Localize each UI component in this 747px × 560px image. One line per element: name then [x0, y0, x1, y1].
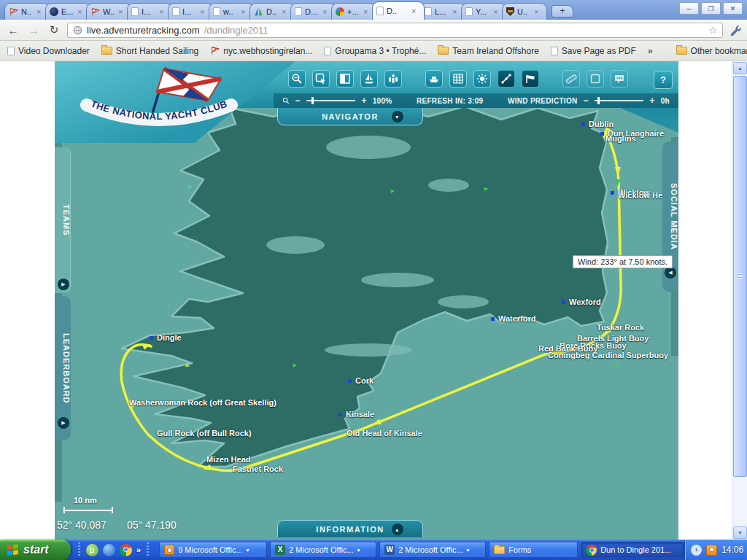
toolbar-grip[interactable]	[147, 542, 149, 557]
social-media-expand-icon[interactable]	[665, 267, 676, 279]
task-button-forms[interactable]: Forms	[489, 542, 578, 558]
scroll-down-arrow[interactable]: ▼	[733, 526, 747, 539]
task-button-excel-group[interactable]: X 2 Microsoft Offic... ▾	[270, 542, 376, 558]
sailboat-icon[interactable]	[360, 70, 378, 88]
browser-tab[interactable]: E...	[45, 3, 90, 20]
browser-tab[interactable]: Y...	[461, 3, 506, 20]
browser-tab[interactable]: D..	[249, 3, 295, 20]
zoom-select-icon[interactable]	[312, 70, 330, 88]
browser-tab[interactable]: I...	[168, 3, 213, 20]
quick-launch-overflow-chevron[interactable]: »	[136, 545, 141, 554]
wind-prediction-slider[interactable]	[595, 100, 644, 101]
chevron-down-icon[interactable]	[392, 111, 403, 122]
zoom-out-icon[interactable]	[288, 70, 306, 88]
other-bookmarks-folder[interactable]: Other bookmarks	[676, 46, 747, 56]
town-dot	[150, 336, 153, 340]
race-tracker-map[interactable]: DublinDun LaoghaireWicklowWexfordWaterfo…	[55, 61, 678, 540]
tab-close-icon[interactable]	[493, 7, 502, 16]
bookmark-folder[interactable]: Short Handed Sailing	[101, 46, 198, 56]
tab-close-icon[interactable]	[159, 7, 168, 16]
toolbar-grip[interactable]	[78, 542, 80, 557]
bookmark-item[interactable]: Save Page as PDF	[551, 46, 636, 56]
group-dropdown-icon[interactable]: ▾	[247, 547, 249, 553]
ferry-icon[interactable]	[425, 70, 443, 88]
group-dropdown-icon[interactable]: ▾	[467, 547, 470, 553]
tab-close-icon[interactable]	[411, 7, 420, 15]
browser-scrollbar[interactable]: ▲ ▼	[732, 61, 747, 540]
windsock-icon[interactable]	[522, 70, 539, 88]
task-button-word-group[interactable]: W 2 Microsoft Offic... ▾	[379, 542, 486, 558]
chrome-icon[interactable]	[120, 544, 132, 556]
internet-explorer-icon[interactable]	[103, 544, 115, 556]
browser-tab[interactable]: U..	[502, 3, 547, 20]
utorrent-icon[interactable]: µ	[86, 544, 98, 556]
navigator-panel-toggle[interactable]: NAVIGATOR	[277, 108, 423, 125]
information-panel-toggle[interactable]: INFORMATION	[277, 520, 423, 537]
leaderboard-expand-icon[interactable]	[58, 417, 69, 429]
wind-minus-button[interactable]: −	[584, 96, 589, 106]
window-close-button[interactable]: ✕	[723, 2, 743, 15]
teams-expand-icon[interactable]	[58, 279, 69, 290]
start-button[interactable]: start	[0, 540, 71, 560]
comments-icon[interactable]	[611, 70, 628, 88]
browser-tab[interactable]: W..	[86, 3, 131, 20]
bookmark-item[interactable]: nyc.webhostingirelan...	[210, 46, 312, 56]
hide-tray-icons-chevron[interactable]	[691, 545, 702, 556]
tab-close-icon[interactable]	[452, 7, 461, 16]
start-label: start	[23, 543, 49, 556]
tray-reminder-icon[interactable]	[706, 545, 717, 556]
address-bar[interactable]: live.adventuretracking.com/dundingle2011	[67, 23, 723, 38]
tab-close-icon[interactable]	[36, 7, 45, 16]
marks-icon[interactable]	[384, 70, 402, 88]
zoom-minus-button[interactable]: −	[295, 96, 301, 106]
bookmark-star-icon[interactable]	[708, 25, 717, 36]
tab-close-icon[interactable]	[200, 7, 209, 16]
chevron-up-icon[interactable]	[392, 524, 403, 535]
forward-button[interactable]: →	[26, 24, 41, 36]
brightness-icon[interactable]	[473, 70, 491, 88]
zoom-icon	[282, 96, 290, 105]
task-button-dun-to-dingle[interactable]: Dun to Dingle 201...	[581, 542, 684, 558]
browser-tab[interactable]: D...	[290, 3, 336, 20]
group-dropdown-icon[interactable]: ▾	[357, 547, 360, 553]
window-maximize-button[interactable]: ❐	[701, 2, 721, 15]
zoom-slider[interactable]	[306, 100, 356, 101]
browser-tab[interactable]: +...	[331, 3, 376, 20]
track-line-icon[interactable]	[498, 70, 515, 88]
new-tab-button[interactable]: +	[551, 5, 573, 18]
back-button[interactable]: ←	[6, 24, 20, 36]
teams-panel-tab[interactable]: TEAMS	[55, 147, 71, 293]
split-view-icon[interactable]	[336, 70, 354, 88]
window-minimize-button[interactable]: ─	[679, 2, 699, 15]
zoom-plus-button[interactable]: +	[361, 96, 366, 106]
grid-icon[interactable]	[449, 70, 467, 88]
reload-button[interactable]: ↻	[47, 23, 61, 36]
tab-close-icon[interactable]	[534, 7, 543, 16]
bookmark-folder[interactable]: Team Ireland Offshore	[438, 46, 539, 56]
tab-close-icon[interactable]	[322, 7, 331, 16]
browser-tab[interactable]: w..	[209, 3, 254, 20]
bookmarks-overflow-chevron[interactable]: »	[648, 46, 653, 56]
browser-tab[interactable]: N..	[4, 3, 50, 20]
browser-tab-active[interactable]: D..	[372, 1, 425, 20]
browser-toolbar: ← → ↻ live.adventuretracking.com/dunding…	[0, 20, 747, 41]
ruler-icon[interactable]	[562, 70, 580, 88]
panel-icon[interactable]	[587, 70, 604, 88]
waypoint-label: Coningbeg Cardinal Superbuoy	[548, 351, 668, 359]
bookmark-item[interactable]: Groupama 3 • Trophé...	[324, 46, 426, 56]
tab-close-icon[interactable]	[77, 7, 86, 16]
windows-taskbar: start µ » 9 Microsoft Offic... ▾ X 2 Mic…	[0, 540, 747, 560]
tab-close-icon[interactable]	[282, 7, 290, 16]
bookmark-item[interactable]: Video Downloader	[7, 46, 90, 56]
scroll-up-arrow[interactable]: ▲	[733, 62, 747, 74]
browser-tab[interactable]: I...	[127, 3, 172, 20]
browser-tab[interactable]: L...	[420, 3, 465, 20]
tab-close-icon[interactable]	[363, 7, 372, 16]
wind-plus-button[interactable]: +	[649, 96, 654, 106]
wrench-menu-icon[interactable]	[729, 24, 741, 36]
tab-close-icon[interactable]	[241, 7, 249, 16]
scrollbar-thumb[interactable]	[733, 76, 747, 477]
help-button[interactable]: ?	[654, 71, 673, 89]
tab-close-icon[interactable]	[118, 7, 127, 16]
task-button-office-group[interactable]: 9 Microsoft Offic... ▾	[159, 542, 267, 558]
